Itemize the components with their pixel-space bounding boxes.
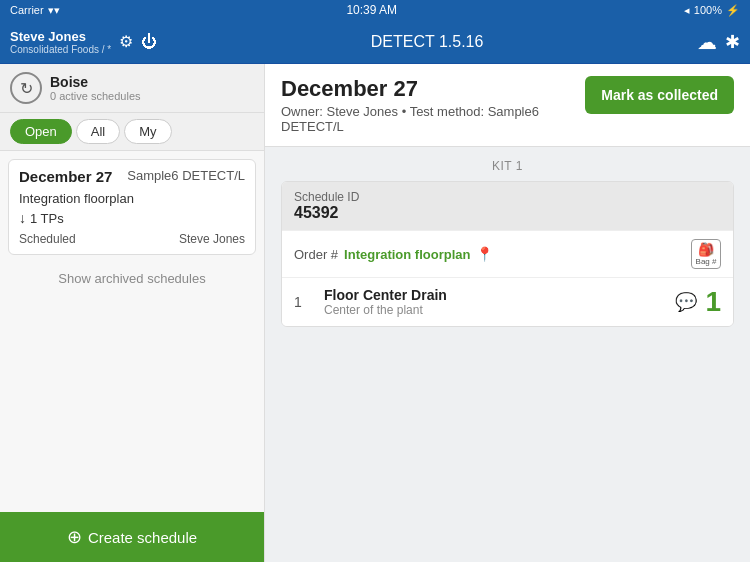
bluetooth-icon: ⚡ <box>726 4 740 17</box>
schedule-method: Sample6 DETECT/L <box>127 168 245 183</box>
content-header-text: December 27 Owner: Steve Jones • Test me… <box>281 76 585 134</box>
location-icon-circle: ↻ <box>10 72 42 104</box>
comment-icon[interactable]: 💬 <box>675 291 697 313</box>
battery-label: 100% <box>694 4 722 16</box>
status-time: 10:39 AM <box>346 3 397 17</box>
settings-icon[interactable]: ⚙ <box>119 32 133 51</box>
content-area: December 27 Owner: Steve Jones • Test me… <box>265 64 750 562</box>
location-info: Boise 0 active schedules <box>50 74 141 102</box>
content-owner: Owner: Steve Jones • Test method: Sample… <box>281 104 585 134</box>
location-sub: 0 active schedules <box>50 90 141 102</box>
carrier-label: Carrier <box>10 4 44 16</box>
arrow-down-icon: ↓ <box>19 210 26 226</box>
location-icon: ◂ <box>684 4 690 17</box>
sidebar: ↻ Boise 0 active schedules Open All My D… <box>0 64 265 562</box>
archive-link[interactable]: Show archived schedules <box>0 263 264 294</box>
kit-label: KIT 1 <box>281 159 734 173</box>
sample-location: Center of the plant <box>324 303 665 317</box>
schedule-description: Integration floorplan <box>19 191 245 206</box>
schedule-status: Scheduled <box>19 232 76 246</box>
nav-user-sub: Consolidated Foods / * <box>10 44 111 55</box>
plus-circle-icon: ⊕ <box>67 526 82 548</box>
nav-left: Steve Jones Consolidated Foods / * ⚙ ⏻ <box>10 29 157 55</box>
create-schedule-button[interactable]: ⊕ Create schedule <box>0 512 264 562</box>
order-label: Order # <box>294 247 338 262</box>
order-link[interactable]: Integration floorplan <box>344 247 470 262</box>
cloud-icon[interactable]: ☁ <box>697 30 717 54</box>
tab-my[interactable]: My <box>124 119 171 144</box>
sample-name: Floor Center Drain <box>324 287 665 303</box>
separator: • <box>402 104 410 119</box>
schedule-footer: Scheduled Steve Jones <box>19 232 245 246</box>
nav-title: DETECT 1.5.16 <box>371 33 484 51</box>
owner-label: Owner: Steve Jones <box>281 104 398 119</box>
schedule-tp-count: 1 TPs <box>30 211 64 226</box>
bag-label: Bag # <box>696 257 717 266</box>
schedule-assignee: Steve Jones <box>179 232 245 246</box>
filter-tabs: Open All My <box>0 113 264 151</box>
schedule-date: December 27 <box>19 168 112 185</box>
nav-right: ☁ ✱ <box>697 30 740 54</box>
refresh-icon: ↻ <box>20 79 33 98</box>
schedule-card-header: December 27 Sample6 DETECT/L <box>19 168 245 185</box>
nav-user: Steve Jones Consolidated Foods / * <box>10 29 111 55</box>
bag-icon[interactable]: 🎒 Bag # <box>691 239 721 269</box>
status-right: ◂ 100% ⚡ <box>684 4 740 17</box>
nav-bar: Steve Jones Consolidated Foods / * ⚙ ⏻ D… <box>0 20 750 64</box>
status-left: Carrier ▾▾ <box>10 4 60 17</box>
schedule-tp-row: ↓ 1 TPs <box>19 210 245 226</box>
sample-info: Floor Center Drain Center of the plant <box>324 287 665 317</box>
create-schedule-label: Create schedule <box>88 529 197 546</box>
kit-card: Schedule ID 45392 Order # Integration fl… <box>281 181 734 327</box>
power-icon[interactable]: ⏻ <box>141 33 157 51</box>
kit-order-row: Order # Integration floorplan 📍 🎒 Bag # <box>282 230 733 277</box>
tab-all[interactable]: All <box>76 119 120 144</box>
sidebar-header: ↻ Boise 0 active schedules <box>0 64 264 113</box>
bluetooth-nav-icon[interactable]: ✱ <box>725 31 740 53</box>
sample-badge: 1 <box>705 286 721 318</box>
map-pin-icon: 📍 <box>476 246 493 262</box>
sample-row: 1 Floor Center Drain Center of the plant… <box>282 277 733 326</box>
kit-section: KIT 1 Schedule ID 45392 Order # Integrat… <box>265 147 750 339</box>
mark-collected-button[interactable]: Mark as collected <box>585 76 734 114</box>
status-bar: Carrier ▾▾ 10:39 AM ◂ 100% ⚡ <box>0 0 750 20</box>
content-header: December 27 Owner: Steve Jones • Test me… <box>265 64 750 147</box>
bag-icon-symbol: 🎒 <box>698 242 714 257</box>
kit-schedule-id-label: Schedule ID <box>294 190 721 204</box>
tab-open[interactable]: Open <box>10 119 72 144</box>
content-title: December 27 <box>281 76 585 102</box>
kit-schedule-id: 45392 <box>294 204 721 222</box>
schedule-card[interactable]: December 27 Sample6 DETECT/L Integration… <box>8 159 256 255</box>
kit-schedule-row: Schedule ID 45392 <box>282 182 733 230</box>
location-name: Boise <box>50 74 141 90</box>
order-left: Order # Integration floorplan 📍 <box>294 246 493 262</box>
order-right: 🎒 Bag # <box>691 239 721 269</box>
sample-number: 1 <box>294 294 314 310</box>
nav-user-name: Steve Jones <box>10 29 111 44</box>
sample-actions: 💬 1 <box>675 286 721 318</box>
main-layout: ↻ Boise 0 active schedules Open All My D… <box>0 64 750 562</box>
wifi-icon: ▾▾ <box>48 4 60 17</box>
